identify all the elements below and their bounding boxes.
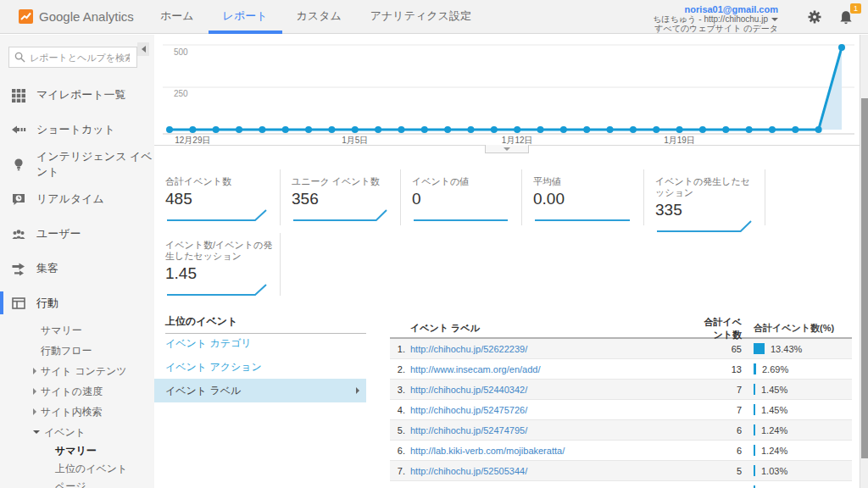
chart-point[interactable] bbox=[769, 126, 776, 133]
sidebar-subitem-label: サイト内検索 bbox=[41, 405, 103, 419]
chart-point[interactable] bbox=[328, 126, 335, 133]
sidebar-subitem-1[interactable]: サマリー bbox=[0, 320, 154, 341]
row-count: 6 bbox=[695, 446, 742, 456]
chart-point[interactable] bbox=[699, 126, 706, 133]
sidebar-item-5[interactable]: ユーザー bbox=[0, 216, 154, 251]
metric-card-4[interactable]: 平均値0.00 bbox=[522, 169, 644, 225]
search-input[interactable] bbox=[30, 53, 130, 63]
chart-point[interactable] bbox=[166, 126, 173, 133]
sidebar-subitem-8[interactable]: 上位のイベント bbox=[0, 460, 154, 478]
chart-point[interactable] bbox=[491, 126, 498, 133]
metric-card-6[interactable]: イベント数/イベントの発生したセッション1.45 bbox=[154, 233, 281, 296]
analytics-logo-icon bbox=[19, 9, 33, 24]
sidebar-subitem-label: 上位のイベント bbox=[55, 462, 127, 476]
chart-point[interactable] bbox=[305, 126, 312, 133]
notification-count-badge: 1 bbox=[850, 3, 861, 14]
event-label-link[interactable]: http://chihochu.jp/52622239/ bbox=[410, 344, 695, 354]
table-row: 8.http://chihochu.jp/52562764/51.03% bbox=[390, 481, 852, 488]
chart-point[interactable] bbox=[444, 126, 451, 133]
col-event-label[interactable]: イベント ラベル bbox=[410, 322, 695, 335]
metric-card-5[interactable]: イベントの発生したセッション335 bbox=[644, 169, 765, 225]
dimension-link-2[interactable]: イベント アクション bbox=[154, 355, 366, 379]
sidebar-subitem-6[interactable]: イベント bbox=[0, 422, 154, 442]
metric-card-2[interactable]: ユニーク イベント数356 bbox=[281, 169, 401, 225]
col-total-events-pct[interactable]: 合計イベント数(%) bbox=[742, 322, 852, 335]
sidebar-collapse-button[interactable] bbox=[137, 42, 149, 56]
sidebar-subitem-9[interactable]: ページ bbox=[0, 478, 154, 488]
chevron-right-icon bbox=[33, 408, 36, 415]
sidebar-subitem-5[interactable]: サイト内検索 bbox=[0, 402, 154, 422]
google-analytics-logo[interactable]: Google Analytics bbox=[19, 9, 134, 24]
chart-point[interactable] bbox=[352, 126, 359, 133]
chart-point[interactable] bbox=[259, 126, 265, 133]
chart-point[interactable] bbox=[653, 126, 659, 133]
x-tick-label: 12月29日 bbox=[175, 136, 210, 145]
sidebar-item-1[interactable]: マイレポート一覧 bbox=[0, 77, 154, 112]
chart-point[interactable] bbox=[421, 126, 428, 133]
event-label-link[interactable]: http://lab.kiki-verb.com/mojibakeratta/ bbox=[410, 446, 695, 456]
shortcuts-icon bbox=[11, 122, 26, 137]
nav-tab-1[interactable]: ホーム bbox=[146, 0, 209, 34]
sidebar-subitem-2[interactable]: 行動フロー bbox=[0, 341, 154, 361]
dimension-link-1[interactable]: イベント カテゴリ bbox=[154, 331, 366, 355]
chart-point[interactable] bbox=[676, 126, 683, 133]
sidebar-subitem-3[interactable]: サイト コンテンツ bbox=[0, 361, 154, 381]
chart-point[interactable] bbox=[189, 126, 196, 133]
chart-point[interactable] bbox=[607, 126, 614, 133]
chart-point[interactable] bbox=[815, 126, 822, 133]
sidebar-item-label: ユーザー bbox=[36, 226, 81, 241]
chart-point[interactable] bbox=[560, 126, 567, 133]
chart-point[interactable] bbox=[514, 126, 520, 133]
event-label-link[interactable]: http://chihochu.jp/52440342/ bbox=[410, 385, 695, 395]
metric-sparkline bbox=[292, 208, 390, 225]
account-email[interactable]: norisa01@gmail.com bbox=[653, 4, 778, 14]
account-property[interactable]: ちほちゅう - http://chihochu.jp bbox=[653, 14, 778, 24]
event-label-link[interactable]: http://www.insecam.org/en/add/ bbox=[410, 364, 695, 374]
page-scrollbar-track[interactable] bbox=[860, 35, 868, 488]
event-label-link[interactable]: http://chihochu.jp/52475726/ bbox=[410, 405, 695, 415]
percent-text: 1.45% bbox=[761, 385, 787, 395]
chart-point[interactable] bbox=[537, 126, 544, 133]
sidebar-item-6[interactable]: 集客 bbox=[0, 251, 154, 286]
chart-point[interactable] bbox=[398, 126, 404, 133]
metric-card-1[interactable]: 合計イベント数485 bbox=[154, 169, 281, 225]
sidebar-item-2[interactable]: ショートカット bbox=[0, 112, 154, 147]
chart-point[interactable] bbox=[722, 126, 729, 133]
sidebar-item-3[interactable]: インテリジェンス イベント bbox=[0, 147, 154, 181]
chart-point[interactable] bbox=[838, 44, 845, 51]
sidebar-search[interactable] bbox=[8, 47, 137, 68]
event-label-link[interactable]: http://chihochu.jp/52474795/ bbox=[410, 425, 695, 435]
sidebar-subitem-4[interactable]: サイトの速度 bbox=[0, 381, 154, 402]
event-label-link[interactable]: http://chihochu.jp/52505344/ bbox=[410, 466, 695, 476]
chart-point[interactable] bbox=[236, 126, 242, 133]
chevron-right-icon bbox=[33, 388, 36, 395]
sidebar-item-4[interactable]: リアルタイム bbox=[0, 181, 154, 216]
chart-point[interactable] bbox=[746, 126, 753, 133]
sidebar-item-7[interactable]: 行動 bbox=[0, 286, 154, 320]
chart-point[interactable] bbox=[282, 126, 289, 133]
chart-point[interactable] bbox=[375, 126, 381, 133]
my-reports-icon bbox=[11, 87, 26, 103]
page-scrollbar-thumb[interactable] bbox=[861, 98, 868, 458]
col-total-events[interactable]: 合計イベント数 bbox=[695, 316, 742, 341]
chart-point[interactable] bbox=[213, 126, 220, 133]
nav-tab-4[interactable]: アナリティクス設定 bbox=[356, 0, 486, 34]
y-tick-250: 250 bbox=[174, 89, 188, 98]
settings-gear-icon[interactable] bbox=[807, 9, 822, 25]
chart-point[interactable] bbox=[630, 126, 637, 133]
metric-card-3[interactable]: イベントの値0 bbox=[401, 169, 522, 225]
sidebar-subitem-7[interactable]: サマリー bbox=[0, 442, 154, 460]
nav-tab-3[interactable]: カスタム bbox=[282, 0, 356, 34]
chart-point[interactable] bbox=[467, 126, 474, 133]
row-rank: 1. bbox=[390, 344, 410, 354]
chart-point[interactable] bbox=[792, 126, 798, 133]
chart-point[interactable] bbox=[583, 126, 590, 133]
account-info[interactable]: norisa01@gmail.com ちほちゅう - http://chihoc… bbox=[653, 4, 778, 33]
table-row: 4.http://chihochu.jp/52475726/71.45% bbox=[390, 400, 852, 420]
row-percent: 1.45% bbox=[742, 404, 852, 415]
nav-tab-2[interactable]: レポート bbox=[209, 0, 282, 34]
chart-expand-tab[interactable] bbox=[485, 145, 529, 153]
sidebar-subitem-label: サイトの速度 bbox=[41, 385, 103, 399]
dimension-link-3[interactable]: イベント ラベル bbox=[154, 379, 366, 402]
table-body: 1.http://chihochu.jp/52622239/6513.43%2.… bbox=[390, 339, 852, 488]
